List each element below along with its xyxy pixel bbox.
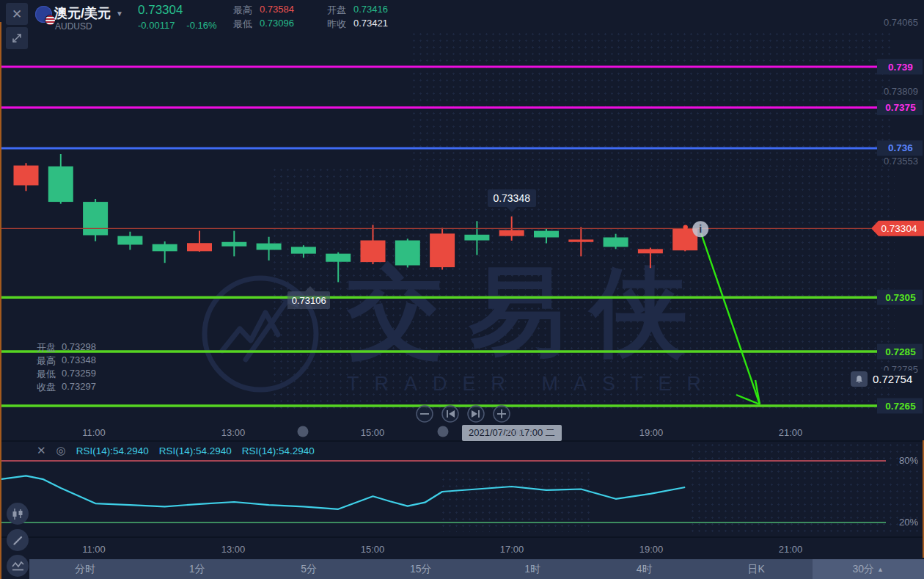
marker-dot [683,225,688,230]
candle[interactable] [534,231,559,238]
candle[interactable] [361,241,386,263]
ohlc-value: 0.73348 [62,354,96,368]
price-level-label: 0.7265 [885,401,916,412]
timeframe-日K[interactable]: 日K [700,559,813,579]
bell-icon [854,374,864,385]
candle[interactable] [153,244,177,252]
ohlc-row: 开盘0.73298 [37,341,96,354]
rsi-remove-button[interactable]: ✕ [37,444,46,457]
rsi-settings-icon[interactable]: ◎ [56,444,66,457]
quote-stat-label: 最高 [233,4,252,18]
timeframe-分时[interactable]: 分时 [29,559,142,579]
info-icon-glyph: i [699,223,702,235]
candle[interactable] [499,230,524,236]
ohlc-row: 最低0.73259 [37,368,96,381]
close-button[interactable]: ✕ [6,3,28,25]
tooltip-pointer [507,207,517,212]
rsi-value-3: RSI(14):54.2940 [242,445,315,456]
timeframe-1分[interactable]: 1分 [142,559,254,579]
candle[interactable] [187,243,212,251]
price-level-label: 0.7375 [885,102,916,113]
candle[interactable] [568,239,593,241]
y-axis-grid-label: 0.74065 [884,17,918,28]
time-tick: 21:00 [779,544,803,555]
price-level-label: 0.739 [888,62,913,73]
draw-tool-button[interactable] [7,529,29,551]
candle-low-value: 0.73106 [292,295,326,306]
quote-stat: 最高0.73584 [233,4,327,18]
time-tick: 17:00 [500,427,524,438]
candlestick-icon [12,509,24,520]
axis-dot[interactable] [438,426,449,437]
time-tick: 11:00 [82,544,106,555]
candle[interactable] [430,233,455,267]
quote-stat-label: 昨收 [327,18,346,32]
timeframe-5分[interactable]: 5分 [253,559,365,579]
time-tick: 21:00 [779,427,803,438]
timeframe-30分-active[interactable]: 30分▲ [813,559,924,579]
price-level-label: 0.7285 [885,346,916,357]
candle[interactable] [638,249,663,253]
chart-canvas[interactable]: 0.740650.738090.735530.727850.7390.73750… [0,0,924,579]
timeframe-4时[interactable]: 4时 [589,559,701,579]
quote-stat-label: 最低 [233,18,252,32]
candle[interactable] [604,237,628,247]
chart-style-candles-button[interactable] [7,503,29,525]
rsi-value-1: RSI(14):54.2940 [76,445,149,456]
time-tick: 13:00 [221,427,246,438]
price-change: -0.00117 [138,20,175,31]
rsi-indicator-header: ✕ ◎ RSI(14):54.2940 RSI(14):54.2940 RSI(… [37,444,315,457]
quote-stats: 最高0.73584开盘0.73416最低0.73096昨收0.73421 [233,4,415,32]
candle[interactable] [117,236,142,245]
price-change-percent: -0.16% [186,20,216,31]
time-tick: 19:00 [639,544,664,555]
collapse-button[interactable] [6,27,28,49]
candle[interactable] [48,167,73,202]
candle[interactable] [257,244,282,250]
candle[interactable] [464,235,489,241]
pair-selector[interactable]: 澳元/美元 ▼ [54,4,123,22]
candle[interactable] [395,241,420,266]
collapse-arrows-icon [11,32,23,44]
rsi-value-2: RSI(14):54.2940 [159,445,232,456]
quote-stat: 最低0.73096 [233,18,327,32]
rsi-line [0,476,685,509]
pair-flag-icon [35,6,52,23]
price-alert: 0.72754 [848,371,914,387]
current-price-tag-label: 0.73304 [881,223,917,234]
y-axis-grid-label: 0.73553 [884,156,918,167]
candle[interactable] [83,202,108,235]
timeframe-1时[interactable]: 1时 [477,559,589,579]
candle-low-tooltip: 0.73106 [287,291,330,309]
ohlc-row: 最高0.73348 [37,354,96,368]
time-tick: 19:00 [639,427,664,438]
y-axis-grid-label: 0.73809 [884,86,918,97]
alert-bell-button[interactable] [851,371,868,387]
trend-arrow-line[interactable] [701,233,760,404]
candle[interactable] [221,242,246,247]
price-level-label: 0.736 [888,142,913,153]
quote-stat-label: 开盘 [327,4,346,18]
candle[interactable] [291,247,316,253]
ohlc-row: 收盘0.73297 [37,381,96,394]
candle-high-tooltip: 0.73348 [488,189,536,207]
time-tick: 13:00 [221,544,246,555]
rsi-upper-bound-label: 80% [899,455,918,466]
time-tick: 15:00 [361,544,385,555]
price-change-row: -0.00117 -0.16% [138,20,217,31]
ohlc-value: 0.73297 [62,381,96,394]
candle[interactable] [14,166,39,186]
trading-app-window: 交易侠 TRADER MASTER 0.740650.738090.735530… [0,0,924,579]
indicator-button[interactable] [7,555,29,577]
price-level-label: 0.7305 [885,292,916,303]
timeframe-15分[interactable]: 15分 [365,559,477,579]
quote-stat-value: 0.73584 [260,4,294,18]
pair-name-label: 澳元/美元 [54,4,111,22]
axis-dot[interactable] [298,426,309,437]
tooltip-pointer [305,286,315,291]
quote-stat-value: 0.73421 [353,18,388,32]
timeframe-toolbar: 分时1分5分15分1时4时日K30分▲ [29,559,924,579]
chevron-down-icon: ▼ [116,10,123,18]
candle[interactable] [326,254,351,262]
time-tick: 11:00 [82,427,106,438]
